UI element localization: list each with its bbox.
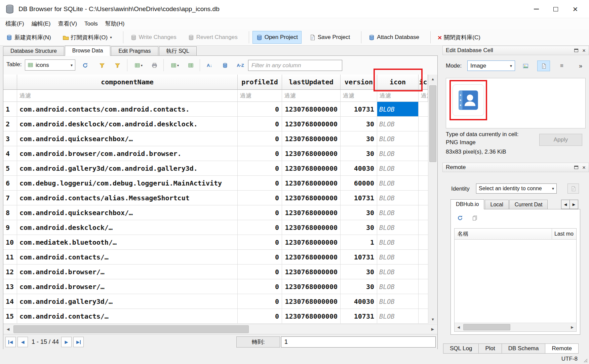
mode-select[interactable]: Image ▾	[467, 60, 515, 71]
menu-item-h[interactable]: 幫助(H)	[102, 18, 128, 29]
open-project-button[interactable]: Open Project	[252, 31, 302, 44]
cell-lastupdated[interactable]: 1230768000000	[282, 102, 341, 117]
cell-version[interactable]: 30	[341, 205, 377, 220]
cell-version[interactable]: 30	[341, 220, 377, 235]
horizontal-scroll-thumb[interactable]	[13, 325, 249, 333]
row-number[interactable]: 13	[3, 279, 17, 294]
grid-corner-cell[interactable]	[3, 75, 17, 90]
cell-lastupdated[interactable]: 1230768000000	[282, 309, 341, 324]
cell-profileid[interactable]: 0	[238, 220, 282, 235]
cell-icon-blob[interactable]: BLOB	[377, 117, 419, 131]
text-view-button[interactable]	[537, 60, 550, 71]
write-changes-button[interactable]: Write Changes	[127, 31, 180, 44]
filter-input-profileid[interactable]: 過濾	[238, 90, 282, 102]
cell-componentname[interactable]: com.android.gallery3d/com.android.galler…	[17, 161, 238, 176]
cell-profileid[interactable]: 0	[238, 131, 282, 146]
cell-lastupdated[interactable]: 1230768000000	[282, 294, 341, 309]
cell-profileid[interactable]: 0	[238, 250, 282, 265]
row-number[interactable]: 12	[3, 265, 17, 279]
remote-tab-local[interactable]: Local	[485, 200, 508, 209]
scroll-right-arrow[interactable]: ▶	[568, 323, 576, 331]
goto-record-input[interactable]	[281, 336, 436, 348]
dock-tab-plot[interactable]: Plot	[478, 343, 502, 354]
export-records-button[interactable]: ▾	[131, 59, 146, 71]
cell-version[interactable]: 10731	[341, 191, 377, 205]
cell-lastupdated[interactable]: 1230768000000	[282, 161, 341, 176]
cell-icon-blob[interactable]: BLOB	[377, 294, 419, 309]
filter-input-componentname[interactable]: 過濾	[17, 90, 238, 102]
sort-az-button[interactable]: A-Z	[235, 59, 246, 71]
cell-icon-blob[interactable]: BLOB	[377, 146, 419, 161]
row-number[interactable]: 8	[3, 205, 17, 220]
filter-input-icon[interactable]: 過濾	[377, 90, 419, 102]
cell-profileid[interactable]: 0	[238, 205, 282, 220]
row-number[interactable]: 5	[3, 161, 17, 176]
dock-tab-db-schema[interactable]: DB Schema	[502, 343, 546, 354]
cell-icon-blob[interactable]: BLOB	[377, 279, 419, 294]
cell-lastupdated[interactable]: 1230768000000	[282, 191, 341, 205]
last-page-button[interactable]: ▶	[73, 337, 84, 347]
next-page-button[interactable]: ▶	[61, 337, 72, 347]
scroll-right-arrow[interactable]: ▶	[428, 324, 437, 334]
cell-componentname[interactable]: com.android.deskclock/com.android.deskcl…	[17, 117, 238, 131]
cell-icon-blob[interactable]: BLOB	[377, 131, 419, 146]
row-number[interactable]: 11	[3, 250, 17, 265]
row-number[interactable]: 2	[3, 117, 17, 131]
cell-componentname[interactable]: com.debug.loggerui/com.debug.loggerui.Ma…	[17, 176, 238, 191]
cell-icon-blob[interactable]: BLOB	[377, 102, 419, 117]
show-columns-button[interactable]	[219, 59, 231, 71]
row-number[interactable]: 14	[3, 294, 17, 309]
cell-lastupdated[interactable]: 1230768000000	[282, 131, 341, 146]
import-data-button[interactable]	[519, 60, 532, 71]
cell-profileid[interactable]: 0	[238, 102, 282, 117]
new-database-button[interactable]: 新建資料庫(N)	[2, 31, 55, 44]
row-number[interactable]: 1	[3, 102, 17, 117]
cell-lastupdated[interactable]: 1230768000000	[282, 205, 341, 220]
float-panel-button[interactable]	[574, 166, 578, 169]
close-panel-button[interactable]: ×	[582, 165, 586, 170]
column-header-last-modified[interactable]: Last mo	[552, 229, 576, 239]
identity-file-button[interactable]	[567, 184, 579, 194]
tab-scroll-left-button[interactable]: ◀	[561, 200, 570, 209]
identity-select[interactable]: Select an identity to conne ▾	[476, 184, 557, 194]
column-header-componentname[interactable]: componentName	[17, 75, 238, 90]
cell-icon-blob[interactable]: BLOB	[377, 161, 419, 176]
cell-version[interactable]: 30	[341, 117, 377, 131]
remote-tab-current-dat[interactable]: Current Dat	[509, 200, 548, 209]
close-database-button[interactable]: × 關閉資料庫(C)	[434, 31, 484, 44]
minimize-button[interactable]	[526, 0, 546, 18]
vertical-scroll-thumb[interactable]	[429, 85, 436, 162]
cell-version[interactable]: 30	[341, 265, 377, 279]
row-number[interactable]: 4	[3, 146, 17, 161]
cell-icon-blob[interactable]: BLOB	[377, 250, 419, 265]
filter-input-lastupdated[interactable]: 過濾	[282, 90, 341, 102]
filter-input-ic[interactable]: 過濾	[419, 90, 428, 102]
open-database-button[interactable]: 打開資料庫(O) ▾	[59, 31, 116, 44]
save-filter-button[interactable]	[112, 59, 123, 71]
clear-filters-button[interactable]	[96, 59, 108, 71]
tab-database-structure[interactable]: Database Structure	[3, 46, 64, 55]
column-header-name[interactable]: 名稱	[455, 229, 552, 239]
previous-page-button[interactable]: ◀	[17, 337, 28, 347]
goto-button[interactable]: 轉到:	[236, 336, 280, 348]
attach-database-button[interactable]: Attach Database	[365, 31, 423, 44]
cell-componentname[interactable]: com.android.contacts/alias.MessageShortc…	[17, 191, 238, 205]
cell-profileid[interactable]: 0	[238, 279, 282, 294]
resize-grip[interactable]	[583, 358, 588, 363]
cell-componentname[interactable]: com.android.contacts/…	[17, 250, 238, 265]
cell-profileid[interactable]: 0	[238, 176, 282, 191]
cell-version[interactable]: 30	[341, 146, 377, 161]
scroll-left-arrow[interactable]: ◀	[455, 323, 463, 331]
dock-tab-sql-log[interactable]: SQL Log	[443, 343, 479, 354]
refresh-button[interactable]	[79, 59, 91, 71]
cell-version[interactable]: 10731	[341, 309, 377, 324]
cell-lastupdated[interactable]: 1230768000000	[282, 265, 341, 279]
remote-refresh-button[interactable]	[454, 212, 466, 224]
maximize-button[interactable]	[546, 0, 565, 18]
cell-version[interactable]: 30	[341, 131, 377, 146]
dock-tab-remote[interactable]: Remote	[545, 343, 579, 354]
column-header-profileid[interactable]: profileId	[238, 75, 282, 90]
cell-lastupdated[interactable]: 1230768000000	[282, 279, 341, 294]
row-number[interactable]: 3	[3, 131, 17, 146]
column-header-lastupdated[interactable]: lastUpdated	[282, 75, 341, 90]
